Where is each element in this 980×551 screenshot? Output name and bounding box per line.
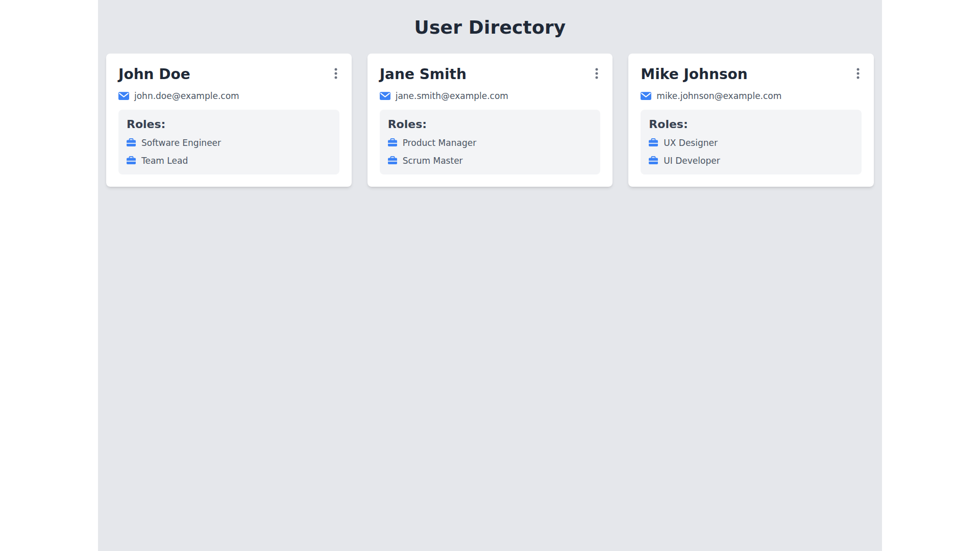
email-row: jane.smith@example.com bbox=[380, 90, 601, 102]
role-name: Software Engineer bbox=[141, 137, 221, 148]
card-header: John Doe bbox=[118, 66, 339, 83]
kebab-menu-icon bbox=[595, 73, 598, 81]
envelope-icon bbox=[118, 92, 129, 100]
card-header: Mike Johnson bbox=[641, 66, 862, 83]
email-row: john.doe@example.com bbox=[118, 90, 339, 102]
role-item: Software Engineer bbox=[127, 137, 331, 148]
card-menu-button[interactable] bbox=[593, 67, 600, 80]
role-item: UI Developer bbox=[649, 155, 853, 166]
card-menu-button[interactable] bbox=[332, 67, 339, 80]
user-card: Mike Johnson mike.johnson@example.com Ro… bbox=[628, 54, 874, 187]
briefcase-icon bbox=[127, 156, 136, 165]
briefcase-icon bbox=[127, 138, 136, 147]
user-email: john.doe@example.com bbox=[134, 90, 239, 102]
role-item: Scrum Master bbox=[388, 155, 593, 166]
role-item: Team Lead bbox=[127, 155, 331, 166]
roles-label: Roles: bbox=[649, 118, 853, 131]
user-name: Mike Johnson bbox=[641, 66, 747, 83]
briefcase-icon bbox=[388, 156, 397, 165]
briefcase-icon bbox=[388, 138, 397, 147]
card-header: Jane Smith bbox=[380, 66, 601, 83]
user-name: Jane Smith bbox=[380, 66, 467, 83]
briefcase-icon bbox=[649, 156, 658, 165]
user-email: mike.johnson@example.com bbox=[656, 90, 781, 102]
roles-box: Roles: Product Manager Scrum Master bbox=[380, 110, 601, 174]
envelope-icon bbox=[380, 92, 390, 100]
user-card: John Doe john.doe@example.com Roles: bbox=[106, 54, 352, 187]
roles-label: Roles: bbox=[388, 118, 593, 131]
roles-box: Roles: Software Engineer Team Lead bbox=[118, 110, 339, 174]
page-title: User Directory bbox=[106, 16, 874, 38]
role-name: Product Manager bbox=[403, 137, 476, 148]
roles-box: Roles: UX Designer UI Developer bbox=[641, 110, 862, 174]
kebab-menu-icon bbox=[334, 73, 337, 81]
role-item: UX Designer bbox=[649, 137, 853, 148]
role-name: Team Lead bbox=[141, 155, 188, 166]
roles-label: Roles: bbox=[127, 118, 331, 131]
user-directory-page: User Directory John Doe john.doe@example… bbox=[98, 0, 882, 551]
user-email: jane.smith@example.com bbox=[396, 90, 508, 102]
briefcase-icon bbox=[649, 138, 658, 147]
role-name: UI Developer bbox=[664, 155, 720, 166]
role-name: UX Designer bbox=[664, 137, 718, 148]
user-card: Jane Smith jane.smith@example.com Roles: bbox=[368, 54, 613, 187]
user-cards-grid: John Doe john.doe@example.com Roles: bbox=[106, 54, 874, 187]
user-name: John Doe bbox=[118, 66, 190, 83]
role-item: Product Manager bbox=[388, 137, 593, 148]
role-name: Scrum Master bbox=[403, 155, 463, 166]
kebab-menu-icon bbox=[856, 73, 860, 81]
email-row: mike.johnson@example.com bbox=[641, 90, 862, 102]
card-menu-button[interactable] bbox=[854, 67, 862, 80]
envelope-icon bbox=[641, 92, 651, 100]
